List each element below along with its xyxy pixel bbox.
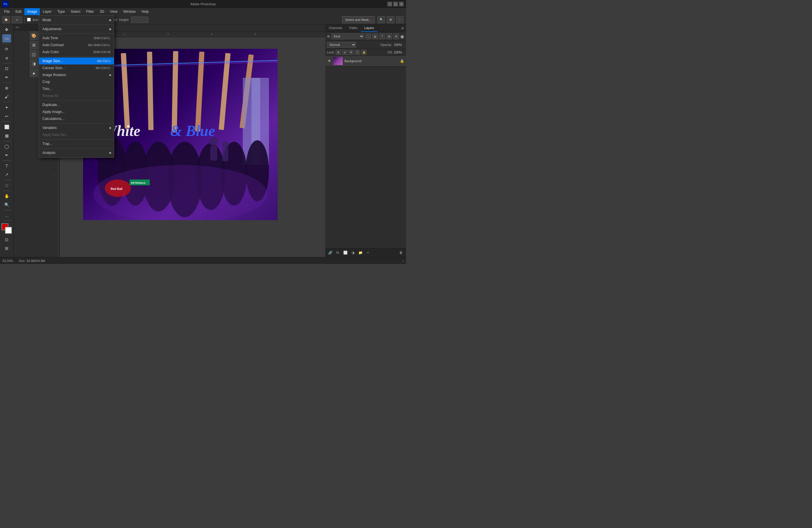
layer-item-background[interactable]: 👁 Background 🔒	[325, 56, 406, 67]
history-brush-tool[interactable]: ↩	[2, 112, 11, 120]
menu-entry-image-size[interactable]: Image Size... Alt+Ctrl+I	[39, 58, 114, 64]
menu-entry-trim[interactable]: Trim...	[39, 85, 114, 92]
move-tool[interactable]: ✥	[2, 26, 11, 34]
height-input[interactable]	[131, 17, 148, 23]
lock-all-btn[interactable]: 🔒	[361, 50, 366, 55]
minimize-button[interactable]: −	[388, 2, 392, 6]
swap-icon[interactable]: ⇄	[114, 17, 117, 22]
menu-entry-apply-image[interactable]: Apply Image...	[39, 108, 114, 115]
color-picker-mini[interactable]: 🎨	[30, 32, 38, 40]
panel-expand-icon[interactable]: >>	[15, 26, 19, 29]
home-button[interactable]: 🏠	[2, 16, 10, 23]
tool-divider-3	[3, 83, 11, 83]
layer-effects-button[interactable]: fx	[335, 249, 341, 256]
layer-adjustment-button[interactable]: ◑	[350, 249, 356, 256]
menu-entry-crop[interactable]: Crop	[39, 78, 114, 85]
crop-tool[interactable]: ⊡	[2, 64, 11, 73]
lasso-tool[interactable]: ⟳	[2, 45, 11, 53]
menu-help[interactable]: Help	[139, 8, 151, 15]
menu-layer[interactable]: Layer	[40, 8, 54, 15]
grid-mini[interactable]: ⊞	[30, 41, 38, 49]
marquee-tool[interactable]: ▭	[2, 34, 11, 42]
menu-entry-analysis[interactable]: Analysis	[39, 149, 114, 156]
hand-tool[interactable]: ✋	[2, 192, 11, 200]
menu-view[interactable]: View	[107, 8, 120, 15]
tool-divider-4	[3, 102, 11, 102]
layer-visibility-toggle[interactable]: 👁	[327, 59, 332, 63]
antialias-checkbox[interactable]	[27, 18, 31, 21]
menu-image[interactable]: Image	[25, 8, 40, 15]
tab-layers[interactable]: Layers	[361, 25, 378, 32]
menu-file[interactable]: File	[1, 8, 13, 15]
gradient-tool[interactable]: ▦	[2, 132, 11, 140]
menu-entry-adjustments[interactable]: Adjustments	[39, 26, 114, 32]
layer-link-button[interactable]: 🔗	[327, 249, 333, 256]
smart-filter-btn[interactable]: ⚙	[393, 33, 399, 39]
tab-channels[interactable]: Channels	[325, 25, 346, 32]
type-filter-btn[interactable]: T	[379, 33, 385, 39]
menu-3d[interactable]: 3D	[97, 8, 107, 15]
menu-entry-duplicate[interactable]: Duplicate...	[39, 101, 114, 108]
menu-edit[interactable]: Edit	[13, 8, 25, 15]
panel-options-button[interactable]: ≡	[399, 25, 406, 32]
menu-entry-auto-color-shortcut: Shift+Ctrl+B	[93, 50, 110, 54]
menu-entry-canvas-size[interactable]: Canvas Size... Alt+Ctrl+C	[39, 64, 114, 71]
menu-entry-calculations[interactable]: Calculations...	[39, 115, 114, 122]
tab-paths[interactable]: Paths	[346, 25, 361, 32]
arrange-button[interactable]: ⊞	[387, 16, 394, 23]
clone-stamp-tool[interactable]: ✦	[2, 103, 11, 112]
shape-tool[interactable]: □	[2, 181, 11, 189]
share-button[interactable]: ↑	[396, 16, 404, 23]
select-and-mask-button[interactable]: Select and Mask...	[342, 16, 375, 23]
menu-entry-mode[interactable]: Mode	[39, 17, 114, 24]
filter-toggle[interactable]: ◉	[400, 34, 404, 39]
quick-mask-toggle[interactable]: ⊡	[2, 236, 11, 244]
kind-select[interactable]: Kind	[331, 33, 364, 39]
path-selection-tool[interactable]: ↗	[2, 171, 11, 179]
lock-pixels-btn[interactable]: 🖌	[342, 50, 347, 55]
dodge-tool[interactable]: ◯	[2, 142, 11, 150]
blend-mode-select[interactable]: Normal Multiply Screen Overlay	[327, 42, 356, 48]
more-arrow[interactable]: ›	[403, 259, 404, 263]
zoom-tool[interactable]: 🔍	[2, 201, 11, 209]
menu-filter[interactable]: Filter	[83, 8, 97, 15]
menu-entry-trap[interactable]: Trap...	[39, 140, 114, 147]
menu-entry-auto-tone[interactable]: Auto Tone Shift+Ctrl+L	[39, 34, 114, 42]
menu-select[interactable]: Select	[68, 8, 83, 15]
quick-select-tool[interactable]: ⌀	[2, 54, 11, 62]
menu-type[interactable]: Type	[54, 8, 68, 15]
shape-filter-btn[interactable]: ⊠	[386, 33, 392, 39]
pixel-filter-btn[interactable]: ⬛	[365, 33, 371, 39]
type-tool[interactable]: T	[2, 162, 11, 170]
layer-new-button[interactable]: +	[365, 249, 371, 256]
shape-mini[interactable]: ▲	[30, 69, 38, 77]
menu-entry-auto-color[interactable]: Auto Color Shift+Ctrl+B	[39, 48, 114, 56]
lock-transparent-btn[interactable]: ⊠	[336, 50, 341, 55]
eyedropper-tool[interactable]: ✒	[2, 73, 11, 81]
menu-entry-image-rotation[interactable]: Image Rotation	[39, 71, 114, 78]
lock-position-btn[interactable]: ✥	[348, 50, 354, 55]
screen-mode-toggle[interactable]: ⊞	[2, 244, 11, 252]
menu-entry-apply-image-label: Apply Image...	[42, 110, 110, 114]
zoom-button[interactable]: 🔍	[378, 16, 385, 23]
maximize-button[interactable]: □	[393, 2, 398, 6]
extra-tools[interactable]: …	[2, 211, 11, 220]
selection-tool-button[interactable]: ▭	[12, 16, 22, 23]
layers-bottom-bar: 🔗 fx ⬜ ◑ 📁 + 🗑	[325, 248, 406, 257]
menu-entry-auto-contrast[interactable]: Auto Contrast Alt+Shift+Ctrl+L	[39, 42, 114, 48]
adjustment-filter-btn[interactable]: ◐	[372, 33, 378, 39]
brush-tool[interactable]: 🖌	[2, 93, 11, 101]
layer-group-button[interactable]: 📁	[357, 249, 364, 256]
close-button[interactable]: ×	[399, 2, 404, 6]
compose-mini[interactable]: ◫	[30, 50, 38, 58]
effect-mini[interactable]: ◑	[30, 60, 38, 68]
layer-mask-button[interactable]: ⬜	[342, 249, 348, 256]
pen-tool[interactable]: ✒	[2, 151, 11, 159]
healing-brush-tool[interactable]: ⊕	[2, 84, 11, 92]
menu-entry-variables[interactable]: Variables	[39, 124, 114, 131]
layer-delete-button[interactable]: 🗑	[398, 249, 404, 256]
lock-artboard-btn[interactable]: ⊡	[355, 50, 360, 55]
background-color[interactable]	[5, 227, 12, 234]
menu-window[interactable]: Window	[120, 8, 139, 15]
eraser-tool[interactable]: ⬜	[2, 123, 11, 131]
